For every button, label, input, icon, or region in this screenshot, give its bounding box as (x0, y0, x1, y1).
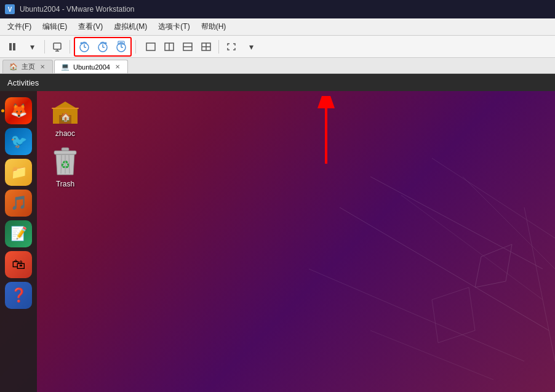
svg-marker-41 (475, 244, 512, 287)
toolbar-dropdown[interactable]: ▾ (23, 39, 41, 55)
annotation-arrow (301, 96, 351, 172)
svg-rect-30 (54, 151, 76, 154)
svg-text:🏠: 🏠 (60, 112, 71, 122)
thunderbird-icon: 🐦 (10, 134, 27, 150)
separator-2 (70, 40, 70, 54)
snapshot-take-button[interactable] (76, 39, 93, 55)
files-icon: 📁 (10, 164, 27, 180)
ubuntu-tab-close[interactable]: ✕ (114, 63, 121, 71)
svg-rect-29 (62, 148, 69, 151)
tabs-bar: 🏠 主页 ✕ 💻 Ubuntu2004 ✕ (0, 58, 555, 74)
tab-home[interactable]: 🏠 主页 ✕ (2, 60, 53, 73)
libreoffice-icon: 📝 (10, 226, 27, 242)
dock-help[interactable]: ❓ (5, 282, 32, 309)
trash-icon: ♻ (50, 148, 80, 177)
rhythmbox-icon: 🎵 (10, 195, 27, 211)
ubuntu-desktop[interactable]: Activities 🦊 🐦 📁 🎵 📝 (0, 74, 555, 392)
home-folder-label: zhaoc (55, 129, 75, 138)
home-tab-icon: 🏠 (9, 63, 18, 71)
desktop-icon-home[interactable]: 🏠 zhaoc (43, 97, 87, 138)
snapshot-group (74, 37, 132, 57)
menu-file[interactable]: 文件(F) (2, 20, 36, 33)
title-bar: V Ubuntu2004 - VMware Workstation (0, 0, 555, 18)
ubuntu-tab-label: Ubuntu2004 (73, 63, 110, 71)
menu-view[interactable]: 查看(V) (73, 20, 108, 33)
dock-thunderbird[interactable]: 🐦 (5, 128, 32, 155)
separator-1 (44, 40, 45, 54)
dock-appstore[interactable]: 🛍 (5, 251, 32, 278)
appstore-icon: 🛍 (12, 257, 25, 273)
separator-3 (135, 40, 136, 54)
window-full-button[interactable] (142, 39, 159, 55)
window-quad-button[interactable] (198, 39, 215, 55)
tab-ubuntu[interactable]: 💻 Ubuntu2004 ✕ (54, 60, 128, 73)
svg-line-40 (463, 177, 555, 269)
window-btn-dropdown[interactable]: ▾ (242, 39, 260, 55)
snapshot-manager-button[interactable] (113, 39, 130, 55)
window-buttons (142, 39, 215, 55)
window-split-h-button[interactable] (161, 39, 178, 55)
svg-rect-19 (146, 43, 155, 50)
home-folder-icon: 🏠 (50, 97, 80, 127)
dock-firefox[interactable]: 🦊 (5, 97, 32, 124)
ubuntu-dock: 🦊 🐦 📁 🎵 📝 🛍 (0, 91, 37, 392)
dock-indicator-firefox (1, 110, 4, 113)
svg-rect-0 (9, 43, 12, 50)
menu-help[interactable]: 帮助(H) (196, 20, 231, 33)
svg-line-38 (309, 269, 524, 361)
activities-button[interactable]: Activities (7, 78, 39, 87)
menu-bar: 文件(F) 编辑(E) 查看(V) 虚拟机(M) 选项卡(T) 帮助(H) (0, 18, 555, 36)
fullscreen-button[interactable] (223, 39, 240, 55)
app-icon: V (5, 4, 15, 14)
desktop-decoration (247, 146, 555, 392)
svg-line-36 (340, 207, 549, 330)
svg-rect-1 (13, 43, 15, 50)
power-button[interactable] (49, 39, 66, 55)
desktop-icons: 🏠 zhaoc ♻ (43, 97, 87, 188)
svg-marker-42 (432, 287, 475, 343)
ubuntu-tab-icon: 💻 (61, 63, 70, 71)
help-icon: ❓ (10, 287, 27, 303)
home-tab-close[interactable]: ✕ (39, 63, 46, 71)
firefox-icon: 🦊 (10, 103, 27, 119)
desktop-icon-trash[interactable]: ♻ Trash (43, 148, 87, 188)
vm-viewport[interactable]: Activities 🦊 🐦 📁 🎵 📝 (0, 74, 555, 392)
dock-files[interactable]: 📁 (5, 159, 32, 186)
snapshot-restore-button[interactable] (94, 39, 111, 55)
svg-line-35 (370, 177, 543, 269)
separator-4 (218, 40, 219, 54)
dock-rhythmbox[interactable]: 🎵 (5, 190, 32, 217)
trash-label: Trash (56, 180, 74, 188)
toolbar: ▾ (0, 36, 555, 58)
menu-tab[interactable]: 选项卡(T) (153, 20, 194, 33)
window-title: Ubuntu2004 - VMware Workstation (20, 5, 135, 14)
menu-vm[interactable]: 虚拟机(M) (109, 20, 152, 33)
pause-button[interactable] (4, 39, 21, 55)
menu-edit[interactable]: 编辑(E) (38, 20, 72, 33)
home-tab-label: 主页 (22, 62, 35, 71)
svg-line-43 (370, 330, 493, 380)
svg-rect-27 (52, 108, 79, 109)
window-split-v-button[interactable] (179, 39, 196, 55)
dock-libreoffice[interactable]: 📝 (5, 220, 32, 247)
svg-line-39 (401, 195, 543, 300)
svg-line-37 (432, 158, 555, 238)
svg-line-44 (524, 207, 555, 361)
ubuntu-topbar: Activities (0, 74, 555, 91)
svg-rect-2 (54, 43, 61, 49)
